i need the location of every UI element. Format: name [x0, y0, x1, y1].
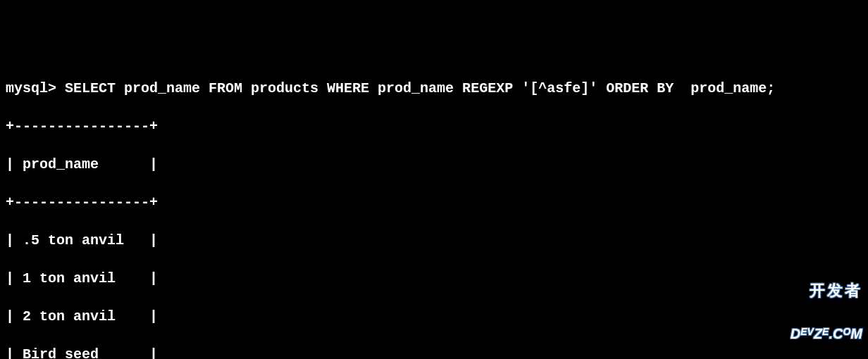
table-border-mid: +----------------+: [6, 193, 862, 212]
table-row: | 1 ton anvil |: [6, 269, 862, 288]
watermark: 开发者 DEVZE.COM: [790, 255, 862, 355]
table-row: | .5 ton anvil |: [6, 231, 862, 250]
table-row: | 2 ton anvil |: [6, 307, 862, 326]
table-border-top: +----------------+: [6, 117, 862, 136]
watermark-line2: DEVZE.COM: [790, 327, 862, 341]
sql-query: SELECT prod_name FROM products WHERE pro…: [65, 80, 775, 96]
mysql-prompt: mysql>: [6, 80, 56, 96]
table-header: | prod_name |: [6, 155, 862, 174]
watermark-line1: 开发者: [790, 283, 862, 298]
query-line: mysql> SELECT prod_name FROM products WH…: [6, 79, 862, 98]
table-row: | Bird seed |: [6, 345, 862, 359]
